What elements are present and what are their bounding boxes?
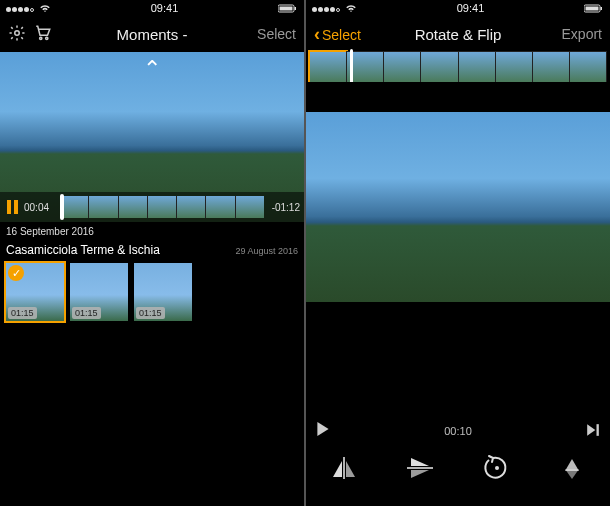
video-preview[interactable]: ⌃ 00:04 -01:12 [0, 52, 304, 222]
play-icon[interactable] [316, 422, 330, 440]
svg-rect-7 [586, 6, 599, 10]
rotate-ccw-icon[interactable] [479, 451, 513, 485]
rotate-flip-screen: 09:41 ‹Select Rotate & Flip Export 00:10 [306, 0, 610, 506]
status-bar: 09:41 [0, 0, 304, 16]
scrubber[interactable]: 00:04 -01:12 [0, 192, 304, 222]
back-label: Select [322, 27, 361, 43]
thumbnail-duration: 01:15 [136, 307, 165, 319]
signal-dots-icon [312, 3, 341, 14]
filmstrip-frame[interactable] [496, 52, 532, 82]
scrubber-current-time: 00:04 [24, 202, 56, 213]
svg-rect-11 [407, 467, 433, 469]
speed-icon[interactable] [555, 451, 589, 485]
skip-end-icon[interactable] [586, 423, 600, 440]
filmstrip-frame[interactable] [421, 52, 457, 82]
flip-vertical-icon[interactable] [403, 451, 437, 485]
svg-rect-9 [597, 424, 599, 436]
status-bar: 09:41 [306, 0, 610, 16]
filmstrip-frame[interactable] [570, 52, 606, 82]
export-button[interactable]: Export [554, 26, 602, 42]
filmstrip-frame[interactable] [533, 52, 569, 82]
battery-icon [278, 4, 298, 13]
filmstrip-frame[interactable] [384, 52, 420, 82]
flip-horizontal-icon[interactable] [327, 451, 361, 485]
pause-icon[interactable] [4, 200, 20, 214]
scrubber-filmstrip[interactable] [60, 196, 264, 218]
secondary-date-label: 29 August 2016 [235, 246, 298, 256]
scrubber-remaining-time: -01:12 [268, 202, 300, 213]
thumbnail[interactable]: ✓ 01:15 [6, 263, 64, 321]
wifi-icon [345, 4, 357, 13]
svg-rect-10 [343, 457, 345, 479]
nav-left-buttons [8, 24, 56, 45]
playback-time: 00:10 [330, 425, 586, 437]
location-label: Casamicciola Terme & Ischia [6, 243, 160, 257]
status-time: 09:41 [55, 2, 274, 14]
location-row: Casamicciola Terme & Ischia 29 August 20… [0, 241, 304, 263]
checkmark-icon: ✓ [8, 265, 24, 281]
svg-rect-8 [601, 7, 603, 10]
nav-bar: Moments - Select [0, 16, 304, 52]
gear-icon[interactable] [8, 29, 30, 45]
date-label: 16 September 2016 [0, 222, 304, 241]
wifi-icon [39, 4, 51, 13]
chevron-up-icon[interactable]: ⌃ [143, 56, 161, 82]
scrubber-handle[interactable] [60, 194, 64, 220]
moments-screen: 09:41 Moments - Select ⌃ 00:04 -01:12 [0, 0, 304, 506]
select-button[interactable]: Select [248, 26, 296, 42]
video-preview[interactable] [306, 112, 610, 302]
svg-point-12 [495, 466, 499, 470]
battery-icon [584, 4, 604, 13]
tool-bar [306, 448, 610, 488]
page-title: Moments - [56, 26, 248, 43]
svg-rect-2 [295, 7, 297, 10]
playback-bar: 00:10 [306, 418, 610, 444]
back-button[interactable]: ‹Select [314, 24, 362, 45]
svg-point-3 [15, 30, 20, 35]
thumbnail[interactable]: 01:15 [134, 263, 192, 321]
page-title: Rotate & Flip [362, 26, 554, 43]
letterbox-bottom [306, 332, 610, 414]
cart-icon[interactable] [34, 29, 52, 45]
thumbnail[interactable]: 01:15 [70, 263, 128, 321]
thumbnail-duration: 01:15 [8, 307, 37, 319]
status-time: 09:41 [361, 2, 580, 14]
filmstrip-handle[interactable] [350, 49, 353, 85]
clip-filmstrip[interactable] [310, 52, 606, 82]
chevron-left-icon: ‹ [314, 24, 320, 44]
filmstrip-frame[interactable] [459, 52, 495, 82]
signal-dots-icon [6, 3, 35, 14]
nav-bar: ‹Select Rotate & Flip Export [306, 16, 610, 52]
thumbnail-duration: 01:15 [72, 307, 101, 319]
svg-point-4 [40, 37, 42, 39]
svg-rect-1 [280, 6, 293, 10]
svg-point-5 [46, 37, 48, 39]
filmstrip-frame[interactable] [310, 52, 346, 82]
thumbnail-row: ✓ 01:15 01:15 01:15 [0, 263, 304, 321]
